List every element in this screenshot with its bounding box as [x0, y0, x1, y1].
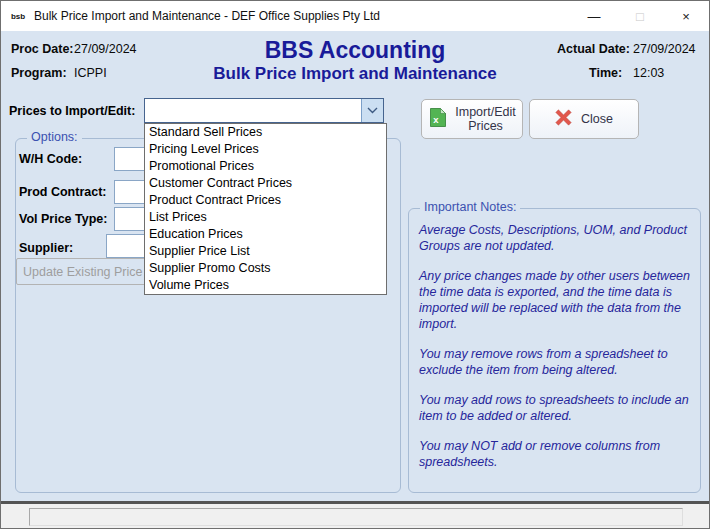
title-bar: bsb Bulk Price Import and Maintenance - … [1, 1, 709, 31]
dropdown-option[interactable]: Supplier Price List [145, 243, 386, 260]
status-message-field [29, 508, 683, 526]
update-existing-price-button: Update Existing Price [16, 258, 163, 285]
important-notes-body: Average Costs, Descriptions, UOM, and Pr… [419, 222, 694, 484]
close-button[interactable]: Close [529, 99, 639, 139]
import-edit-prices-button[interactable]: x Import/Edit Prices [421, 99, 523, 139]
update-existing-price-label: Update Existing Price [23, 265, 143, 279]
window-title: Bulk Price Import and Maintenance - DEF … [34, 9, 380, 23]
app-window: bsb Bulk Price Import and Maintenance - … [0, 0, 710, 529]
dropdown-option[interactable]: Customer Contract Prices [145, 175, 386, 192]
close-button-label: Close [581, 112, 613, 126]
note-paragraph: You may remove rows from a spreadsheet t… [419, 346, 694, 378]
prices-to-import-combobox[interactable] [144, 98, 384, 123]
status-bar [1, 504, 709, 528]
wh-code-label: W/H Code: [19, 152, 82, 166]
dropdown-option[interactable]: Pricing Level Prices [145, 141, 386, 158]
note-paragraph: You may NOT add or remove columns from s… [419, 438, 694, 470]
note-paragraph: You may add rows to spreadsheets to incl… [419, 392, 694, 424]
prices-dropdown-list: Standard Sell Prices Pricing Level Price… [144, 123, 387, 295]
note-paragraph: Any price changes made by other users be… [419, 268, 694, 332]
import-edit-prices-label: Import/Edit Prices [455, 105, 517, 133]
supplier-label: Supplier: [19, 241, 73, 255]
options-caption: Options: [27, 130, 82, 144]
note-paragraph: Average Costs, Descriptions, UOM, and Pr… [419, 222, 694, 254]
minimize-button[interactable]: — [571, 1, 617, 31]
time-label: Time: [589, 66, 622, 80]
dropdown-option[interactable]: Product Contract Prices [145, 192, 386, 209]
dropdown-option[interactable]: Supplier Promo Costs [145, 260, 386, 277]
excel-spreadsheet-icon: x [428, 108, 446, 130]
app-logo-icon: bsb [9, 7, 27, 25]
window-controls: — □ × [571, 1, 709, 31]
maximize-button: □ [617, 1, 663, 31]
dropdown-option[interactable]: Promotional Prices [145, 158, 386, 175]
prices-to-import-label: Prices to Import/Edit: [9, 104, 135, 118]
dropdown-option[interactable]: Education Prices [145, 226, 386, 243]
actual-date-value: 27/09/2024 [633, 42, 696, 56]
time-value: 12:03 [633, 66, 664, 80]
red-x-icon [555, 109, 572, 129]
dropdown-option[interactable]: Volume Prices [145, 277, 386, 294]
vol-price-type-label: Vol Price Type: [19, 212, 107, 226]
important-notes-group: Important Notes: Average Costs, Descript… [408, 208, 701, 493]
chevron-down-icon[interactable] [361, 99, 383, 122]
prod-contract-label: Prod Contract: [19, 185, 107, 199]
close-window-button[interactable]: × [663, 1, 709, 31]
actual-date-label: Actual Date: [557, 42, 630, 56]
important-notes-caption: Important Notes: [420, 200, 520, 214]
svg-text:x: x [433, 114, 439, 125]
dropdown-option[interactable]: Standard Sell Prices [145, 124, 386, 141]
dropdown-option[interactable]: List Prices [145, 209, 386, 226]
